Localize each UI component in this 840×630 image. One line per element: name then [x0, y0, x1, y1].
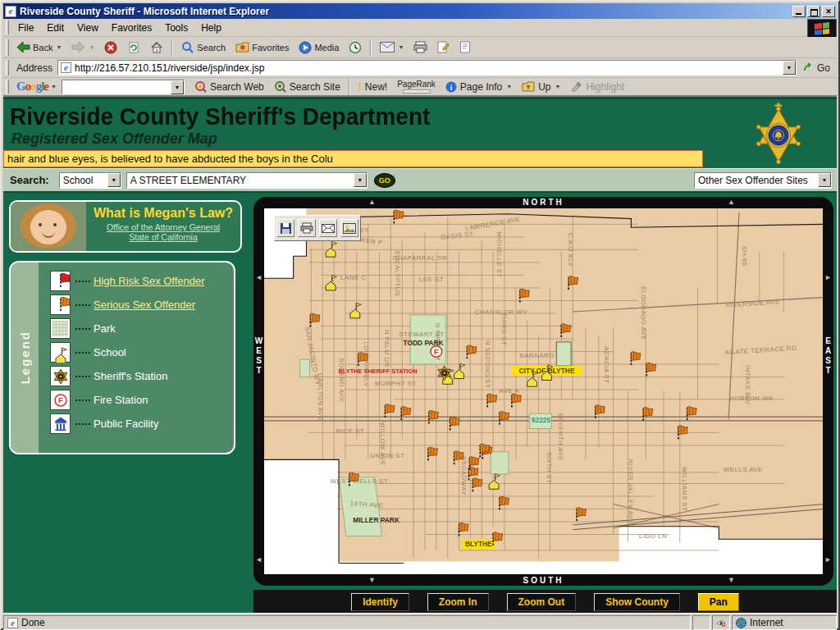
search-go-button[interactable]: GO	[374, 173, 395, 188]
go-arrow-icon	[803, 62, 815, 73]
attorney-general-link[interactable]: Office of the Attorney General	[86, 222, 240, 232]
minimize-button[interactable]	[792, 6, 806, 17]
search-category-select[interactable]: School ▼	[59, 172, 121, 189]
print-icon[interactable]	[298, 219, 316, 237]
pan-up-arrow[interactable]: ▲	[728, 199, 735, 206]
legend-connector	[75, 328, 90, 330]
fire-station-marker[interactable]	[431, 346, 442, 358]
legend-label: Sheriff's Station	[94, 370, 167, 382]
legend-connector	[75, 423, 90, 425]
legend-label[interactable]: High Risk Sex Offender	[94, 275, 205, 287]
toolbar-grip[interactable]	[6, 80, 9, 94]
toolbar-grip[interactable]	[6, 39, 9, 56]
zoom-out-button[interactable]: Zoom Out	[507, 593, 577, 611]
media-button[interactable]: Media	[294, 39, 344, 57]
discuss-button[interactable]	[454, 39, 476, 56]
print-button[interactable]	[409, 39, 432, 56]
back-button[interactable]: Back▼	[11, 39, 66, 56]
other-sites-select[interactable]: Other Sex Offender Sites ▼	[694, 172, 832, 189]
image-icon[interactable]	[340, 219, 358, 237]
pan-down-arrow[interactable]: ▼	[368, 577, 376, 584]
search-site-icon	[274, 80, 286, 93]
stop-button[interactable]	[99, 39, 122, 57]
menu-file[interactable]: File	[11, 21, 40, 35]
legend-connector	[75, 399, 90, 401]
street-label: LIDO LN	[639, 532, 667, 540]
identify-button[interactable]: Identify	[351, 593, 409, 611]
menu-edit[interactable]: Edit	[40, 21, 71, 35]
google-menu-dropdown[interactable]: ▼	[51, 84, 57, 89]
menu-help[interactable]: Help	[194, 21, 228, 35]
info-icon: i	[445, 81, 457, 93]
legend-label[interactable]: Serious Sex Offender	[94, 299, 195, 311]
park-label: MILLER PARK	[353, 516, 399, 524]
pan-down-arrow[interactable]: ▼	[728, 577, 735, 584]
up-button[interactable]: Up▼	[517, 80, 565, 94]
page-info-button[interactable]: i Page Info▼	[441, 80, 517, 94]
stop-icon	[104, 41, 117, 54]
pan-up-arrow[interactable]: ▲	[368, 199, 376, 206]
pagerank-indicator[interactable]: PageRank	[392, 80, 441, 94]
ie-app-icon: e	[5, 6, 16, 17]
term-dropdown-button[interactable]: ▼	[354, 173, 367, 187]
sheriff-station-icon	[50, 366, 71, 386]
pan-right-arrow[interactable]: ►	[824, 556, 832, 564]
status-message-panel: e Done	[3, 615, 691, 630]
legend-label: School	[94, 346, 126, 358]
favorites-button[interactable]: ✱ Favorites	[231, 39, 294, 56]
pan-left-arrow[interactable]: ◄	[255, 274, 262, 281]
google-search-input[interactable]: ▼	[62, 80, 185, 94]
legend-connector	[75, 376, 90, 377]
history-icon	[349, 41, 362, 54]
ie-throbber	[807, 19, 837, 39]
menu-view[interactable]: View	[71, 21, 105, 35]
history-button[interactable]	[344, 39, 367, 57]
email-icon[interactable]	[319, 219, 337, 237]
menu-tools[interactable]: Tools	[158, 21, 194, 35]
mail-button[interactable]: ▼	[375, 39, 409, 55]
window-title: Riverside County Sheriff - Microsoft Int…	[20, 6, 269, 17]
close-button[interactable]: ✕	[822, 6, 835, 17]
address-dropdown-button[interactable]: ▼	[783, 61, 796, 75]
refresh-button[interactable]	[122, 39, 145, 57]
street-label: UNION ST	[371, 453, 405, 460]
other-sites-dropdown-button[interactable]: ▼	[818, 173, 831, 187]
show-county-button[interactable]: Show County	[594, 593, 680, 611]
google-search-dropdown[interactable]: ▼	[171, 80, 184, 94]
restore-button[interactable]	[807, 6, 820, 17]
windows-logo-icon	[815, 22, 829, 35]
home-button[interactable]	[145, 39, 168, 57]
new-button[interactable]: ! New!	[354, 80, 392, 94]
search-term-select[interactable]: A STREET ELEMENTARY ▼	[126, 172, 368, 189]
search-site-button[interactable]: Search Site	[269, 80, 345, 94]
state-of-california-link[interactable]: State of California	[86, 232, 240, 242]
map-canvas[interactable]: HOLLEYPARKER PLAWRENCE AVEOASIS STMICHEL…	[264, 208, 823, 574]
category-dropdown-button[interactable]: ▼	[107, 173, 121, 187]
address-bar: Address e http://216.57.210.151/riversid…	[3, 58, 837, 78]
street-label: WILLIAMS ST	[681, 467, 688, 511]
google-logo[interactable]: Google	[11, 80, 50, 94]
search-web-button[interactable]: Search Web	[189, 80, 269, 94]
go-button[interactable]: Go	[797, 62, 837, 74]
address-input[interactable]: e http://216.57.210.151/riverside/jsp/in…	[57, 60, 797, 75]
forward-button[interactable]: ▼	[66, 39, 99, 56]
serious-offender-flag-icon	[50, 294, 71, 315]
pan-button[interactable]: Pan	[698, 593, 739, 611]
zoom-in-button[interactable]: Zoom In	[427, 593, 489, 611]
privacy-report-panel	[712, 615, 730, 630]
menu-bar: FileEditViewFavoritesToolsHelp	[3, 19, 837, 37]
toolbar-grip[interactable]	[6, 21, 9, 34]
refresh-icon	[127, 41, 140, 54]
street-label: THIRD ST	[500, 313, 508, 346]
search-button[interactable]: Search	[176, 39, 231, 57]
save-icon[interactable]	[276, 219, 294, 237]
pan-right-arrow[interactable]: ►	[824, 274, 832, 281]
edit-icon	[437, 41, 450, 53]
status-spacer-panel	[692, 615, 710, 630]
highlight-button[interactable]: Highlight	[565, 80, 629, 94]
page-content: Riverside County Sheriff's Department Re…	[3, 97, 837, 613]
toolbar-grip[interactable]	[6, 60, 9, 75]
menu-favorites[interactable]: Favorites	[105, 21, 158, 35]
pan-left-arrow[interactable]: ◄	[255, 556, 262, 564]
edit-button[interactable]	[432, 39, 454, 56]
